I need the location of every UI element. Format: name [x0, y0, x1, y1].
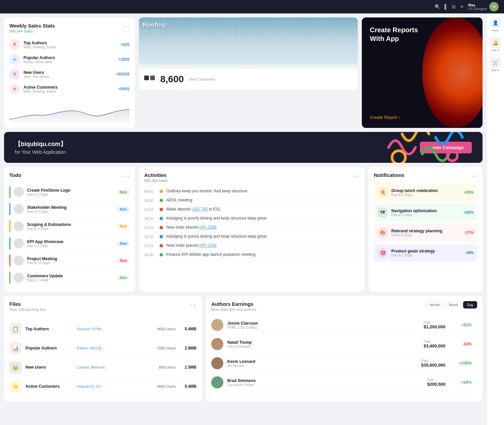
file-icon-2: 👑: [9, 361, 21, 373]
stat-name-3: Active Customers: [23, 85, 115, 90]
author-role-2: Art Director: [227, 364, 417, 368]
todo-avatar-1: [14, 204, 24, 214]
todo-bar-0: [9, 186, 10, 198]
author-item-0: Jessie Clarcson HTML, CSS Coding Paid $1…: [211, 316, 477, 335]
new-customers-label: New Customers: [189, 77, 215, 81]
author-arrow-3[interactable]: ›: [475, 380, 477, 385]
stat-item-popular: ✈ Popular Authors Randy, Steve, Mike +28…: [9, 52, 129, 67]
todo-item-2: Scoping & Estimations Due in 5 Days New: [9, 218, 129, 235]
mini-sidebar-label-0: Prebu: [492, 29, 499, 32]
author-item-1: Natali Trump UI/UX Designer Paid $3,400,…: [211, 335, 477, 354]
activities-title: Activities: [144, 172, 168, 178]
stat-item-new-users: V New Users John, Pat, Jimmy +4500$: [9, 67, 129, 82]
todo-bar-1: [9, 203, 10, 215]
create-report-link[interactable]: Create Report ›: [370, 115, 474, 120]
files-menu[interactable]: ⋯: [190, 301, 197, 309]
activity-2: 14:37 Make deposit USD 700 to ESL: [144, 205, 359, 214]
todo-badge-1: New: [117, 207, 129, 212]
todo-name-2: Scoping & Estimations: [27, 222, 114, 227]
notif-item-0: 🍕 Group lunch celebration Due in 2 Days …: [374, 184, 477, 201]
todo-due-5: Due in 1 week: [27, 278, 114, 282]
todo-avatar-2: [14, 221, 24, 231]
author-change-3: +28%: [455, 380, 471, 385]
notif-icon-2: 🎨: [377, 227, 388, 238]
todo-menu[interactable]: ⋯: [123, 172, 129, 180]
author-role-1: UI/UX Designer: [227, 345, 419, 348]
todo-item-4: Project Meeting Due in 12 Days New: [9, 252, 129, 269]
author-role-0: HTML, CSS Coding: [227, 326, 419, 329]
brightness-icon[interactable]: ☀: [460, 4, 464, 9]
mini-sidebar-item-0[interactable]: 👤 Prebu: [490, 17, 501, 32]
act-text-4: New order placed #XF-2356: [166, 225, 359, 230]
author-avatar-3: [211, 376, 223, 388]
stat-icon-active: b: [9, 84, 20, 94]
campaign-deco-svg: [382, 132, 476, 163]
file-tech-2: Laravel, Metronic: [77, 365, 124, 369]
file-tech-3: AngularJS, C#: [77, 384, 124, 388]
nc-icon-2: [150, 76, 155, 80]
todo-due-3: Due in 2 Days: [27, 244, 114, 248]
sales-chart: [9, 99, 129, 123]
activities-menu[interactable]: ⋯: [353, 172, 359, 180]
search-icon[interactable]: 🔍: [435, 4, 440, 9]
activity-0: 08:42 Outlines keep you honest. And keep…: [144, 187, 359, 196]
act-text-1: AEOL meeting: [166, 198, 359, 202]
notif-value-1: +50%: [463, 210, 474, 215]
act-text-0: Outlines keep you honest. And keep struc…: [166, 189, 359, 193]
file-icon-1: 📊: [9, 342, 21, 354]
notif-value-0: +28%: [463, 190, 474, 195]
activity-4: 21:03 New order placed #XF-2356: [144, 223, 359, 232]
act-time-7: 10:30: [144, 252, 156, 257]
stat-value-1: +280$: [118, 57, 129, 62]
mini-sidebar-item-2[interactable]: 🛒 Buy N: [490, 57, 501, 72]
nc-icon-1: [144, 76, 149, 80]
file-size-2: 1.5MB: [180, 365, 197, 370]
file-name-3: Active Customers: [25, 384, 73, 389]
author-amount-0: $1,200,000: [424, 324, 445, 329]
act-dot-1: [160, 199, 163, 202]
todo-item-5: Customers Update Due in 1 week New: [9, 269, 129, 286]
notification-list: 🍕 Group lunch celebration Due in 2 Days …: [374, 184, 477, 262]
period-month-btn[interactable]: Month: [426, 301, 444, 309]
notif-icon-1: 🗺: [377, 207, 388, 218]
activity-5: 16:50 Indulging in poorly driving and ke…: [144, 232, 359, 241]
act-dot-0: [160, 190, 163, 193]
stat-value-3: +686$: [118, 87, 129, 91]
avatar[interactable]: M: [489, 2, 499, 11]
author-amount-1: $3,400,000: [424, 343, 445, 348]
todo-name-1: Stakeholder Meeting: [27, 205, 114, 210]
mini-sidebar-icon-2: 🛒: [490, 57, 501, 68]
file-users-1: 7200 Users: [128, 346, 176, 350]
todo-name-5: Customers Update: [27, 274, 114, 278]
period-day-btn[interactable]: Day: [463, 301, 477, 309]
author-name-3: Brad Simmons: [227, 378, 423, 383]
author-arrow-0[interactable]: ›: [475, 322, 477, 328]
mini-sidebar-item-1[interactable]: 🔔 Get H: [490, 37, 501, 52]
act-link-2[interactable]: USD 700: [191, 207, 208, 211]
author-arrow-2[interactable]: ›: [475, 361, 477, 366]
act-link-4[interactable]: #XF-2356: [199, 225, 217, 230]
mini-sidebar-icon-1: 🔔: [490, 37, 501, 48]
weekly-sales-menu[interactable]: ⋯: [123, 23, 129, 30]
author-arrow-1[interactable]: ›: [475, 341, 477, 347]
file-list: 📋 Top Authors ReactJs, HTML 4600 Users 5…: [9, 320, 197, 396]
file-size-3: 5.4MB: [180, 384, 197, 389]
act-text-3: Indulging in poorly driving and keep str…: [166, 216, 359, 221]
author-amount-2: $35,600,000: [421, 363, 445, 368]
todo-due-1: Due in 3 Days: [27, 210, 114, 214]
author-change-0: +52%: [455, 323, 471, 327]
stat-name-0: Top Authors: [23, 41, 117, 45]
act-link-6[interactable]: #XF-2356: [199, 243, 217, 248]
stat-list: P Top Authors Mark, Rowling, Esther +82$…: [9, 37, 129, 96]
stat-name-2: New Users: [23, 70, 113, 75]
stat-sub-3: Mark, Rowling, Esther: [23, 90, 115, 93]
todo-badge-5: New: [117, 275, 129, 280]
stat-sub-2: John, Pat, Jimmy: [23, 75, 113, 79]
todo-due-4: Due in 12 Days: [27, 261, 114, 265]
period-week-btn[interactable]: Week: [445, 301, 462, 309]
todo-name-4: Project Meeting: [27, 256, 114, 261]
author-name-1: Natali Trump: [227, 340, 419, 345]
notifications-menu[interactable]: ⋯: [471, 172, 477, 180]
grid-icon[interactable]: ⊞: [452, 4, 456, 9]
file-tech-0: ReactJs, HTML: [77, 327, 124, 331]
